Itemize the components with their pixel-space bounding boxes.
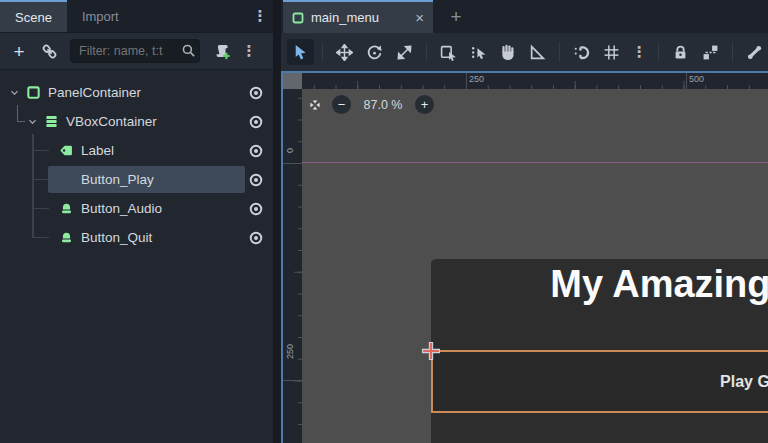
toolbar-separator [658,42,659,62]
scene-tab-bar: main_menu × + [281,0,768,33]
scene-tab-label: main_menu [311,10,379,25]
canvas-2d[interactable]: My Amazing Game Play Game [302,89,768,443]
tab-import[interactable]: Import [67,0,134,32]
ruler-ticks [294,89,302,443]
node-name: PanelContainer [48,85,141,100]
skeleton-options-button[interactable] [741,39,768,65]
attach-script-button[interactable] [208,38,234,64]
close-icon[interactable]: × [415,10,424,25]
tree-row-panelcontainer[interactable]: PanelContainer [0,78,273,107]
tree-connector [32,222,49,238]
zoom-out-button[interactable]: − [332,95,351,114]
plus-icon: + [13,42,24,61]
visibility-eye-icon[interactable] [248,201,264,217]
dock-tab-bar: Scene Import ⋮ [0,0,273,33]
scene-node-icon [292,12,304,24]
zoom-controls: − 87.0 % + [307,95,434,114]
script-plus-icon [213,43,230,60]
grid-snap-button[interactable] [598,39,625,65]
node-name: Button_Play [81,172,154,187]
viewport-focus-border [281,71,283,443]
tree-connector [32,164,49,180]
toolbar-separator [322,42,323,62]
tree-connector [32,193,49,209]
chevron-down-icon[interactable] [26,116,38,127]
tool-ruler-button[interactable] [524,39,551,65]
tool-move-button[interactable] [331,39,358,65]
toolbar-separator [426,42,427,62]
panel-container-node-icon [25,85,41,100]
viewport-origin-line [302,162,768,163]
node-name: Button_Quit [81,230,152,245]
lock-button[interactable] [667,39,694,65]
visibility-eye-icon[interactable] [248,230,264,246]
game-title-label: My Amazing Game [431,260,768,308]
vertical-ruler: 0 250 [281,89,302,443]
tool-position-select-button[interactable] [465,39,492,65]
toolbar-separator [559,42,560,62]
center-view-icon[interactable] [307,97,323,113]
tree-row-button-quit[interactable]: Button_Quit [0,223,273,252]
main-viewport: main_menu × + [281,0,768,443]
position-crosshair-icon [421,341,441,361]
group-button[interactable] [697,39,724,65]
ruler-label: 0 [285,148,295,153]
ruler-label: 250 [469,74,484,84]
tab-import-label: Import [82,9,119,24]
scene-tree: PanelContainer VBoxContainer [0,70,273,252]
instance-scene-button[interactable] [36,38,62,64]
search-icon [181,43,196,58]
ruler-tick [281,380,302,381]
new-scene-tab-button[interactable]: + [433,0,479,33]
tree-row-vboxcontainer[interactable]: VBoxContainer [0,107,273,136]
tree-row-button-audio[interactable]: Button_Audio [0,194,273,223]
vbox-container-node-icon [43,114,59,129]
tree-row-label[interactable]: Label [0,136,273,165]
scene-tree-menu-icon[interactable]: ⋮ [238,42,260,60]
label-node-icon [58,143,74,158]
dock-menu-icon[interactable]: ⋮ [249,0,271,32]
tree-row-button-play[interactable]: Button_Play [0,165,273,194]
scene-dock: Scene Import ⋮ + [0,0,273,443]
filter-field-wrap [70,39,200,63]
horizontal-ruler: 250 500 [302,73,768,89]
tool-scale-button[interactable] [391,39,418,65]
tool-rotate-button[interactable] [361,39,388,65]
tool-list-select-button[interactable] [435,39,462,65]
ruler-tick [466,73,467,89]
snap-options-menu-icon[interactable]: ⋮ [628,43,650,61]
visibility-eye-icon[interactable] [248,172,264,188]
node-name: VBoxContainer [66,114,157,129]
canvas-toolbar: ⋮ [281,33,768,71]
button-node-icon [58,230,74,245]
ruler-corner [281,73,302,89]
zoom-in-button[interactable]: + [415,95,434,114]
visibility-eye-icon[interactable] [248,143,264,159]
zoom-percentage[interactable]: 87.0 % [360,98,406,112]
tab-scene-label: Scene [15,10,52,25]
play-button-label: Play Game [720,373,768,391]
tab-scene[interactable]: Scene [0,0,67,32]
smart-snap-button[interactable] [568,39,595,65]
node-name: Button_Audio [81,201,162,216]
visibility-eye-icon[interactable] [248,114,264,130]
ruler-tick [281,163,302,164]
scene-dock-toolbar: + [0,33,273,70]
ruler-label: 250 [285,344,295,359]
godot-editor: Scene Import ⋮ + [0,0,768,443]
selected-play-button-control[interactable]: Play Game [431,350,768,413]
chevron-down-icon[interactable] [8,87,20,98]
tool-pan-button[interactable] [495,39,522,65]
scene-tab-main-menu[interactable]: main_menu × [283,0,433,33]
dock-splitter[interactable] [273,0,281,443]
visibility-eye-icon[interactable] [248,85,264,101]
viewport-focus-border [281,71,768,73]
node-name: Label [81,143,114,158]
ruler-tick [686,73,687,89]
tool-select-button[interactable] [287,39,314,65]
ruler-label: 500 [689,74,704,84]
chain-link-icon [41,43,58,60]
button-node-icon [58,201,74,216]
toolbar-separator [732,42,733,62]
add-node-button[interactable]: + [6,38,32,64]
